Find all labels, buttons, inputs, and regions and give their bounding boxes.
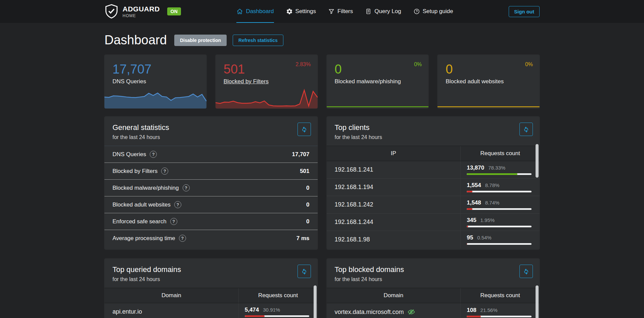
top-blocked-title: Top blocked domains <box>335 265 532 274</box>
domain-name[interactable]: vortex.data.microsoft.com <box>327 303 461 318</box>
top-queried-subtitle: for the last 24 hours <box>112 276 310 282</box>
client-ip[interactable]: 192.168.1.244 <box>327 214 461 231</box>
nav-label: Filters <box>337 8 353 15</box>
client-row: 192.168.1.194 1,554 8.78% <box>327 178 540 196</box>
domain-requests-cell: 5,474 30.91% <box>239 303 318 318</box>
domain-request-count: 5,474 <box>245 307 259 313</box>
blocked-filters-link[interactable]: Blocked by Filters <box>224 78 318 85</box>
client-requests-cell: 1,548 8.74% <box>461 196 540 213</box>
filter-funnel-icon <box>328 8 335 15</box>
client-request-percent: 1.95% <box>480 217 495 223</box>
stat-label: Average processing time <box>112 235 186 242</box>
nav-label: Query Log <box>374 8 401 15</box>
client-request-percent: 0.54% <box>477 235 492 240</box>
client-ip[interactable]: 192.168.1.194 <box>327 179 461 196</box>
stat-label-text: Blocked adult websites <box>112 201 171 208</box>
progress-bar-fill <box>467 316 481 317</box>
blocked-adult-label: Blocked adult websites <box>446 78 540 85</box>
refresh-icon <box>523 268 530 275</box>
top-blocked-subtitle: for the last 24 hours <box>335 276 532 282</box>
progress-bar-fill <box>467 243 467 245</box>
help-circle-icon[interactable] <box>150 151 157 158</box>
general-statistics-refresh-button[interactable] <box>297 123 311 136</box>
client-ip[interactable]: 192.168.1.241 <box>327 161 461 178</box>
blocked-adult-percent: 0% <box>525 61 533 67</box>
help-circle-icon[interactable] <box>170 218 177 225</box>
progress-bar-track <box>467 316 532 317</box>
progress-bar-fill <box>467 208 472 210</box>
stat-label: DNS Queries <box>112 151 157 158</box>
stat-label-text: Blocked malware/phishing <box>112 185 179 191</box>
progress-bar-fill <box>467 191 472 192</box>
client-request-count: 13,870 <box>467 165 484 171</box>
refresh-icon <box>523 126 530 133</box>
eye-off-icon <box>407 308 415 316</box>
general-statistics-panel: General statistics for the last 24 hours… <box>104 117 318 249</box>
nav-item-setup-guide[interactable]: Setup guide <box>413 0 453 23</box>
help-circle-icon[interactable] <box>183 184 190 191</box>
stat-value: 7 ms <box>296 235 310 242</box>
gear-icon <box>286 8 293 15</box>
card-blocked-by-filters: 2.83% 501 Blocked by Filters <box>216 55 318 108</box>
stat-value: 0 <box>306 218 309 225</box>
top-clients-panel: Top clients for the last 24 hours IP Req… <box>327 117 540 249</box>
top-clients-refresh-button[interactable] <box>519 123 533 136</box>
domain-name[interactable]: api.entur.io <box>104 303 239 318</box>
nav-item-query-log[interactable]: Query Log <box>365 0 401 23</box>
progress-bar-track <box>467 243 532 245</box>
dns-queries-label: DNS Queries <box>112 78 206 85</box>
refresh-statistics-button[interactable]: Refresh statistics <box>233 35 283 46</box>
client-row: 192.168.1.242 1,548 8.74% <box>327 196 540 213</box>
stat-row: Average processing time 7 ms <box>104 230 318 246</box>
client-ip[interactable]: 192.168.1.98 <box>327 231 461 248</box>
sign-out-button[interactable]: Sign out <box>509 6 540 17</box>
domain-row: api.entur.io 5,474 30.91% <box>104 303 318 318</box>
general-statistics-title: General statistics <box>112 123 310 132</box>
top-blocked-scrollbar-thumb[interactable] <box>536 285 539 318</box>
progress-bar-fill <box>467 173 517 175</box>
top-clients-table: 192.168.1.241 13,870 78.33% <box>327 161 540 248</box>
nav-item-settings[interactable]: Settings <box>286 0 316 23</box>
blocked-adult-sparkline <box>438 86 540 108</box>
top-clients-scrollbar-thumb[interactable] <box>536 144 539 178</box>
dns-queries-value: 17,707 <box>112 63 206 76</box>
nav-label: Setup guide <box>423 8 453 15</box>
blocked-malware-label: Blocked malware/phishing <box>335 78 429 85</box>
top-blocked-domains-panel: Top blocked domains for the last 24 hour… <box>327 259 540 318</box>
progress-bar-track <box>467 173 532 175</box>
top-navigation-bar: ADGUARD HOME ON Dashboard Settings Filte… <box>0 0 644 23</box>
stat-value: 0 <box>306 201 309 208</box>
stat-label-text: Enforced safe search <box>112 218 167 225</box>
brand-name: ADGUARD <box>123 5 160 12</box>
top-blocked-refresh-button[interactable] <box>519 265 533 278</box>
top-queried-table-header: Domain Requests count <box>104 288 318 303</box>
progress-bar-track <box>467 208 532 210</box>
top-clients-title: Top clients <box>335 123 532 132</box>
nav-label: Settings <box>295 8 316 15</box>
stat-row: DNS Queries 17,707 <box>104 146 318 163</box>
client-request-percent: 78.33% <box>488 165 505 171</box>
help-circle-icon[interactable] <box>179 235 186 242</box>
stat-cards-row: 17,707 DNS Queries 2.83% 501 Blocked by … <box>104 55 540 108</box>
top-queried-refresh-button[interactable] <box>297 265 311 278</box>
progress-bar-fill <box>245 315 265 317</box>
client-ip[interactable]: 192.168.1.242 <box>327 196 461 213</box>
help-circle-icon[interactable] <box>161 168 168 175</box>
page-title: Dashboard <box>104 33 167 47</box>
domain-request-percent: 21.56% <box>480 307 498 313</box>
nav-item-dashboard[interactable]: Dashboard <box>236 0 274 23</box>
help-circle-icon <box>413 8 420 15</box>
client-request-count: 95 <box>467 234 473 241</box>
dashboard-page: Dashboard Disable protection Refresh sta… <box>104 23 540 318</box>
nav-label: Dashboard <box>246 8 274 15</box>
client-row: 192.168.1.241 13,870 78.33% <box>327 161 540 178</box>
domain-row: vortex.data.microsoft.com 108 21.56% <box>327 303 540 318</box>
top-queried-scrollbar-thumb[interactable] <box>314 285 317 318</box>
stat-label: Enforced safe search <box>112 218 177 225</box>
help-circle-icon[interactable] <box>174 201 181 208</box>
nav-item-filters[interactable]: Filters <box>328 0 353 23</box>
disable-protection-button[interactable]: Disable protection <box>174 35 227 46</box>
client-request-percent: 8.74% <box>485 200 500 206</box>
top-clients-subtitle: for the last 24 hours <box>335 134 532 140</box>
domain-request-percent: 30.91% <box>263 307 280 313</box>
